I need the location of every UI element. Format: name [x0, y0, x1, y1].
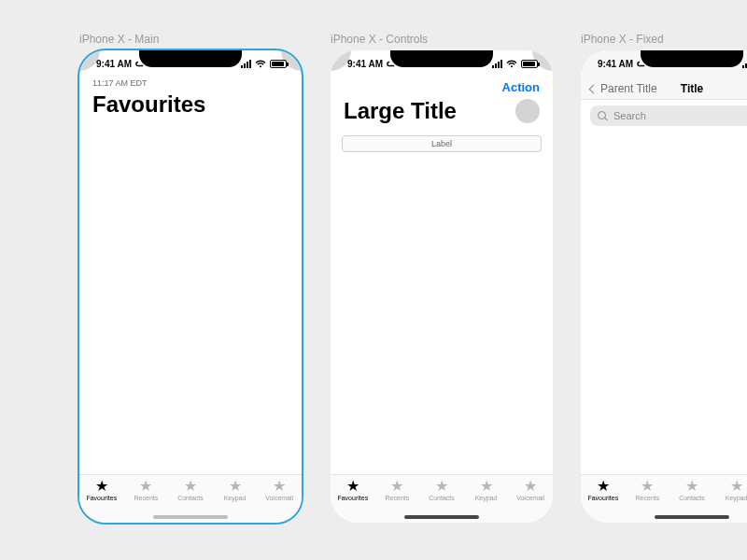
nav-action-button[interactable]: Action: [502, 80, 540, 94]
wifi-icon: [255, 60, 266, 68]
tab-recents[interactable]: ★Recents: [127, 479, 164, 501]
tab-favourites[interactable]: ★Favourites: [334, 479, 372, 501]
phone-controls[interactable]: 9:41 AM ᓚ Action Large Title Label ★Favo…: [331, 50, 553, 523]
chevron-left-icon: [589, 84, 599, 93]
back-label: Parent Title: [600, 82, 657, 95]
phone-main[interactable]: 9:41 AM ᓚ 11:17 AM EDT Favourites ★Favou…: [79, 50, 302, 523]
home-indicator[interactable]: [404, 515, 479, 519]
tab-keypad[interactable]: ★Keypad: [718, 479, 747, 501]
device-notch: [139, 50, 242, 67]
tab-voicemail[interactable]: ★Voicemail: [512, 479, 549, 501]
nav-title: Title: [681, 82, 703, 95]
artboard-label-2: iPhone X - Controls: [331, 33, 428, 46]
tab-contacts[interactable]: ★Contacts: [172, 479, 209, 501]
navigation-bar: Parent Title Title: [581, 77, 747, 100]
tab-recents[interactable]: ★Recents: [378, 479, 416, 501]
tab-label: Recents: [386, 495, 410, 501]
status-time: 9:41 AM: [96, 59, 132, 69]
home-indicator[interactable]: [153, 515, 228, 519]
star-icon: ★: [229, 479, 242, 494]
tab-voicemail[interactable]: ★Voicemail: [261, 479, 298, 501]
star-icon: ★: [597, 479, 610, 494]
cellular-signal-icon: [492, 60, 502, 68]
artboard-label-3: iPhone X - Fixed: [581, 33, 664, 46]
tab-label: Contacts: [679, 495, 705, 501]
tab-label: Contacts: [429, 495, 455, 501]
cellular-signal-icon: [241, 60, 251, 68]
tab-label: Contacts: [177, 495, 204, 501]
tab-label: Keypad: [475, 495, 498, 501]
tab-label: Voicemail: [265, 495, 293, 501]
star-icon: ★: [480, 479, 493, 494]
star-icon: ★: [390, 479, 403, 494]
tab-label: Recents: [134, 495, 159, 501]
phone-fixed[interactable]: 9:41 AM ᓚ Parent Title Title Search: [581, 50, 747, 523]
search-icon: [598, 111, 608, 121]
star-icon: ★: [641, 479, 654, 494]
tab-label: Recents: [636, 495, 660, 501]
device-notch: [390, 50, 493, 67]
status-time: 9:41 AM: [347, 59, 383, 69]
star-icon: ★: [95, 479, 108, 494]
star-icon: ★: [435, 479, 448, 494]
home-indicator[interactable]: [655, 515, 729, 519]
back-button[interactable]: Parent Title: [590, 82, 657, 95]
tab-contacts[interactable]: ★Contacts: [423, 479, 460, 501]
cellular-signal-icon: [742, 60, 747, 68]
profile-avatar[interactable]: [515, 99, 540, 123]
star-icon: ★: [184, 479, 197, 494]
tab-label: Favourites: [86, 495, 117, 501]
segment-label: Label: [431, 139, 452, 148]
tab-label: Favourites: [587, 495, 618, 501]
search-placeholder: Search: [613, 110, 646, 121]
segmented-control[interactable]: Label: [342, 135, 542, 152]
tab-label: Voicemail: [516, 495, 544, 501]
device-notch: [641, 50, 743, 67]
tab-keypad[interactable]: ★Keypad: [468, 479, 505, 501]
tab-favourites[interactable]: ★Favourites: [585, 479, 622, 501]
tab-label: Keypad: [224, 495, 247, 501]
tab-recents[interactable]: ★Recents: [628, 479, 666, 501]
battery-icon: [270, 60, 287, 68]
header-subtime: 11:17 AM EDT: [79, 78, 302, 88]
large-title: Large Title: [344, 98, 457, 124]
battery-icon: [521, 60, 538, 68]
content-area: [79, 123, 302, 523]
star-icon: ★: [730, 479, 743, 494]
search-input[interactable]: Search: [590, 105, 747, 126]
artboard-label-1: iPhone X - Main: [79, 33, 159, 46]
content-area: [331, 158, 553, 523]
star-icon: ★: [685, 479, 698, 494]
star-icon: ★: [273, 479, 286, 494]
tab-favourites[interactable]: ★Favourites: [83, 479, 120, 501]
large-title: Favourites: [79, 88, 302, 123]
tab-keypad[interactable]: ★Keypad: [217, 479, 254, 501]
status-time: 9:41 AM: [598, 59, 633, 69]
tab-contacts[interactable]: ★Contacts: [673, 479, 711, 501]
tab-label: Keypad: [726, 495, 747, 501]
wifi-icon: [506, 60, 517, 68]
star-icon: ★: [346, 479, 359, 494]
star-icon: ★: [139, 479, 152, 494]
content-area: [581, 132, 747, 523]
star-icon: ★: [524, 479, 537, 494]
tab-label: Favourites: [337, 495, 368, 501]
